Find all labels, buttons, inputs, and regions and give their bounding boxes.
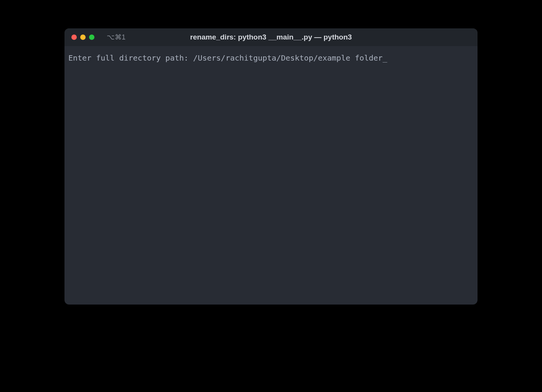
terminal-input[interactable]: /Users/rachitgupta/Desktop/example folde… — [193, 53, 383, 63]
terminal-cursor: _ — [383, 53, 387, 63]
terminal-body[interactable]: Enter full directory path: /Users/rachit… — [64, 46, 478, 305]
window-title: rename_dirs: python3 __main__.py — pytho… — [190, 33, 352, 41]
traffic-lights — [71, 35, 94, 40]
prompt-text: Enter full directory path: — [68, 53, 193, 63]
minimize-button[interactable] — [80, 35, 86, 40]
maximize-button[interactable] — [89, 35, 94, 40]
terminal-line: Enter full directory path: /Users/rachit… — [68, 52, 474, 64]
terminal-window: ⌥⌘1 rename_dirs: python3 __main__.py — p… — [64, 28, 478, 305]
window-titlebar[interactable]: ⌥⌘1 rename_dirs: python3 __main__.py — p… — [64, 28, 478, 46]
close-button[interactable] — [71, 35, 77, 40]
keyboard-shortcut-badge: ⌥⌘1 — [107, 33, 126, 41]
